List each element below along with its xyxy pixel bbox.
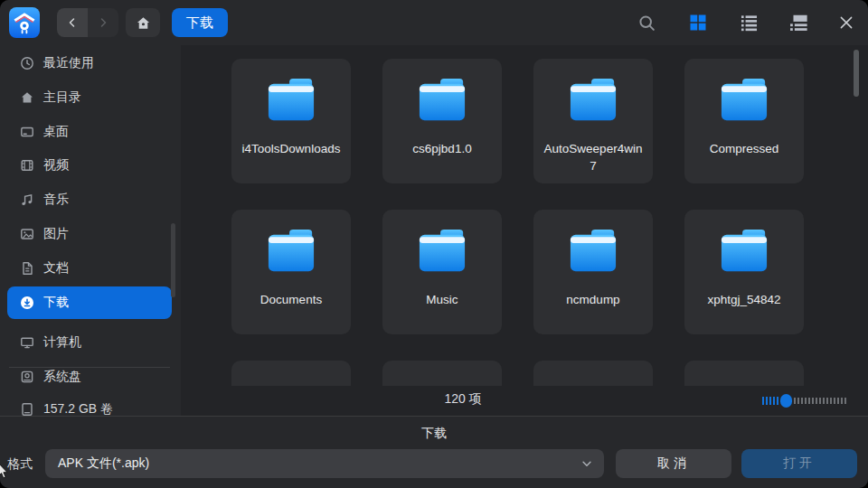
item-count-status: 120 项: [373, 391, 553, 408]
folder-tile-partial[interactable]: [231, 361, 351, 386]
folder-name: ncmdump: [541, 291, 646, 308]
format-label: 格式: [7, 449, 33, 478]
breadcrumb-label: 下载: [186, 14, 213, 32]
system-disk-icon: [20, 370, 34, 384]
main-scrollbar[interactable]: [854, 50, 859, 97]
sidebar-item-label: 最近使用: [43, 55, 94, 71]
sidebar-item-recent[interactable]: 最近使用: [7, 47, 172, 80]
desktop-icon: [20, 125, 34, 139]
sidebar-item-label: 视频: [43, 157, 69, 174]
sidebar-item-home[interactable]: 主目录: [7, 81, 172, 114]
back-button[interactable]: [57, 8, 88, 37]
drive-volume-icon: [20, 402, 34, 417]
folder-tile-partial[interactable]: [684, 361, 804, 386]
home-button[interactable]: [126, 8, 160, 37]
download-icon: [20, 296, 34, 310]
grid-view-button[interactable]: [687, 12, 709, 33]
folder-icon: [716, 77, 772, 126]
sidebar-item-label: 下载: [43, 295, 69, 311]
mouse-cursor: [0, 462, 10, 482]
folder-icon: [414, 77, 470, 126]
sidebar-item-label: 主目录: [43, 89, 81, 106]
folder-icon: [263, 77, 319, 126]
home-icon: [20, 90, 34, 105]
folder-tile[interactable]: AutoSweeper4win7: [533, 59, 653, 183]
folder-name: i4ToolsDownloads: [239, 140, 344, 157]
close-icon: [838, 14, 854, 31]
folder-name: Documents: [239, 291, 344, 308]
close-button[interactable]: [835, 12, 857, 33]
chevron-right-icon: [96, 15, 110, 30]
dialog-title: 下载: [0, 426, 868, 442]
folder-tile[interactable]: i4ToolsDownloads: [231, 59, 351, 183]
sidebar-item-videos[interactable]: 视频: [7, 149, 172, 182]
computer-icon: [20, 335, 34, 350]
nav-button-group: [57, 8, 118, 37]
folder-tile[interactable]: ncmdump: [533, 210, 653, 334]
file-manager-app-icon: [9, 7, 40, 38]
music-note-icon: [20, 192, 34, 207]
document-icon: [20, 261, 34, 276]
sidebar-item-music[interactable]: 音乐: [7, 183, 172, 216]
search-icon: [637, 14, 656, 33]
cancel-button[interactable]: 取消: [616, 449, 731, 478]
slider-thumb[interactable]: [780, 394, 792, 408]
chevron-down-icon: [580, 457, 593, 470]
list-view-icon: [740, 14, 759, 33]
video-icon: [20, 158, 34, 173]
file-dialog-window: 下载: [0, 0, 868, 488]
sidebar-item-pictures[interactable]: 图片: [7, 218, 172, 250]
sidebar-item-label: 文档: [43, 260, 69, 277]
folder-name: Compressed: [692, 140, 797, 157]
folder-icon: [716, 228, 772, 277]
folder-tile-partial[interactable]: [533, 361, 653, 386]
format-dropdown[interactable]: APK 文件(*.apk): [45, 449, 604, 478]
sidebar-item-computer[interactable]: 计算机: [7, 326, 172, 359]
folder-tile[interactable]: Documents: [231, 210, 351, 334]
sidebar-item-label: 音乐: [43, 192, 69, 208]
folder-tile-partial[interactable]: [382, 361, 502, 386]
icon-size-slider[interactable]: [762, 394, 853, 408]
sidebar-item-label: 计算机: [43, 334, 81, 351]
sidebar-item-label: 桌面: [43, 124, 69, 140]
folder-icon: [565, 77, 621, 126]
search-button[interactable]: [636, 12, 657, 33]
format-value: APK 文件(*.apk): [45, 455, 580, 472]
detail-view-button[interactable]: [788, 12, 809, 33]
folder-name: xphtgj_54842: [692, 291, 797, 308]
open-label: 打开: [783, 455, 816, 472]
title-bar: 下载: [0, 0, 868, 45]
open-button[interactable]: 打开: [741, 449, 857, 478]
slider-ticks-filled: [762, 397, 778, 405]
chevron-left-icon: [65, 15, 80, 30]
sidebar-item-system-disk[interactable]: 系统盘: [7, 361, 172, 393]
slider-ticks-empty: [794, 398, 846, 404]
file-grid-area: i4ToolsDownloads cs6pjbd1.0 AutoSweeper4…: [181, 45, 868, 416]
image-icon: [20, 227, 34, 241]
folder-icon: [414, 228, 470, 277]
sidebar-scrollbar[interactable]: [171, 223, 175, 297]
folder-tile[interactable]: cs6pjbd1.0: [382, 59, 502, 183]
dialog-footer: 下载 格式 APK 文件(*.apk) 取消 打开: [0, 416, 868, 488]
folder-icon: [263, 228, 319, 277]
clock-icon: [20, 56, 34, 70]
folder-tile[interactable]: xphtgj_54842: [684, 210, 804, 334]
folder-icon: [565, 228, 621, 277]
sidebar-item-downloads[interactable]: 下载: [7, 286, 172, 319]
detail-view-icon: [788, 13, 808, 33]
folder-tile[interactable]: Compressed: [684, 59, 804, 183]
folder-tile[interactable]: Music: [382, 210, 502, 334]
forward-button[interactable]: [88, 8, 118, 37]
folder-name: AutoSweeper4win7: [541, 140, 646, 174]
folder-name: Music: [390, 291, 495, 308]
app-logo-icon: [9, 7, 40, 38]
sidebar: 最近使用 主目录 桌面 视频: [0, 45, 181, 416]
sidebar-item-label: 图片: [43, 226, 69, 242]
sidebar-item-label: 系统盘: [43, 369, 81, 385]
sidebar-item-documents[interactable]: 文档: [7, 252, 172, 285]
list-view-button[interactable]: [738, 12, 760, 33]
home-icon: [136, 15, 151, 31]
folder-name: cs6pjbd1.0: [390, 140, 495, 157]
breadcrumb-downloads[interactable]: 下载: [172, 8, 228, 37]
sidebar-item-desktop[interactable]: 桌面: [7, 116, 172, 148]
